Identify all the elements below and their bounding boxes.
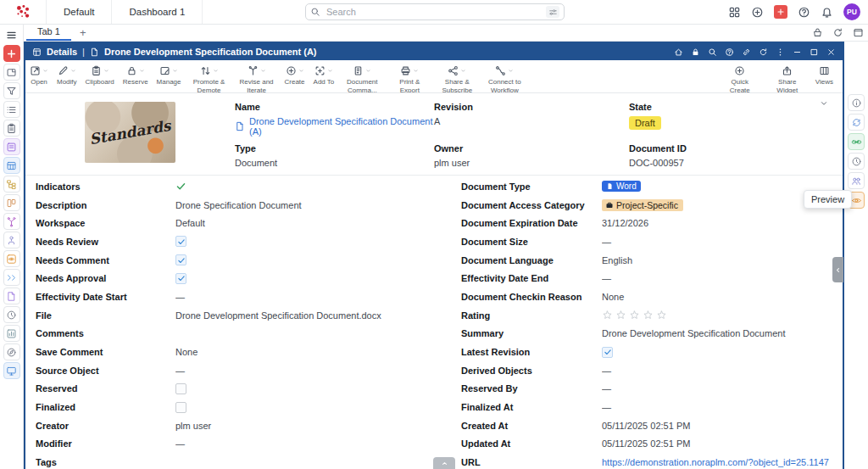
field-row-comments: Comments (36, 325, 439, 343)
info-icon[interactable] (848, 94, 865, 111)
apps-grid-icon[interactable] (728, 6, 741, 19)
nav-default[interactable]: Default (47, 0, 112, 24)
tree-icon[interactable] (3, 176, 20, 193)
document-name-link[interactable]: Drone Development Specification Document… (235, 116, 434, 137)
help-icon[interactable] (798, 6, 810, 19)
new-window-icon[interactable] (3, 64, 20, 81)
toolbar-button-connect-to-workflow[interactable]: Connect to Workflow (481, 60, 528, 93)
toolbar-button-add-to[interactable]: Add To (309, 60, 339, 93)
help-icon[interactable] (725, 47, 734, 57)
checkbox-checked[interactable] (175, 236, 186, 247)
chain-icon[interactable] (848, 133, 865, 150)
nav-dashboard-1[interactable]: Dashboard 1 (112, 0, 203, 24)
field-row-summary: Summary Drone Development Specification … (439, 325, 843, 343)
sync-icon[interactable] (848, 114, 865, 131)
document-thumbnail[interactable]: Standards (85, 102, 175, 163)
toolbar-button-share-widget[interactable]: Share Widget (764, 60, 811, 93)
org-chart-icon[interactable] (3, 232, 20, 248)
close-icon[interactable] (826, 47, 836, 57)
search-icon[interactable] (708, 47, 717, 57)
header-label: Type (235, 143, 434, 154)
basket-icon[interactable] (812, 27, 823, 38)
add-new-icon[interactable] (3, 45, 20, 62)
compass-icon[interactable] (3, 343, 20, 360)
refresh-icon[interactable] (759, 47, 768, 57)
list-icon[interactable] (3, 101, 20, 118)
logo-blob (14, 3, 32, 21)
left-sidebar (0, 24, 24, 469)
toolbar-button-clipboard[interactable]: Clipboard (81, 60, 119, 93)
refresh-icon[interactable] (832, 27, 843, 38)
checkbox-checked[interactable] (602, 347, 613, 358)
toolbar-button-create[interactable]: Create (281, 60, 309, 93)
toolbar-button-modify[interactable]: Modify (53, 60, 81, 93)
field-label: Document Expiration Date (461, 218, 602, 228)
add-tab-button[interactable]: + (71, 27, 95, 38)
field-label: Save Comment (36, 347, 175, 357)
clipboard-icon[interactable] (3, 120, 20, 137)
maximize-icon[interactable] (810, 47, 819, 57)
toolbar-button-print-export[interactable]: Print & Export (386, 60, 433, 93)
home-icon[interactable] (674, 47, 683, 57)
star-icon (602, 310, 613, 321)
window-panel-icon[interactable] (853, 27, 864, 38)
global-search[interactable] (305, 3, 565, 20)
chevron-down-icon (298, 68, 304, 74)
toolbar-button-promote-demote[interactable]: Promote & Demote (186, 60, 233, 93)
link-icon[interactable] (742, 47, 751, 57)
app-logo[interactable] (0, 0, 47, 24)
toolbar-button-document-comma[interactable]: Document Comma... (338, 60, 386, 93)
chevron-down-icon (172, 68, 178, 74)
table-icon[interactable] (3, 157, 20, 174)
filter-icon[interactable] (3, 82, 20, 99)
history-icon[interactable] (848, 153, 865, 170)
bell-icon[interactable] (821, 6, 833, 19)
field-value: — (602, 237, 611, 247)
minimize-icon[interactable] (793, 47, 802, 57)
menu-icon[interactable] (3, 26, 20, 43)
window-title: Drone Development Specification Document… (104, 47, 317, 57)
toolbar-button-revise-and-iterate[interactable]: Revise and Iterate (233, 60, 281, 93)
toolbar-button-manage[interactable]: Manage (153, 60, 186, 93)
field-label: Document Language (461, 255, 602, 265)
checkbox-unchecked[interactable] (175, 402, 186, 413)
eye-box-icon[interactable] (3, 250, 20, 267)
monitor-icon[interactable] (3, 362, 20, 379)
chart-icon[interactable] (3, 325, 20, 342)
form-icon[interactable] (3, 138, 20, 155)
chevron-down-icon (260, 68, 266, 74)
toolbar-button-quick-create[interactable]: Quick Create (716, 60, 764, 93)
merge-icon[interactable] (3, 269, 20, 286)
scroll-up-button[interactable] (433, 457, 455, 469)
tab-1[interactable]: Tab 1 (26, 24, 71, 41)
checkbox-checked[interactable] (175, 273, 186, 284)
document-icon[interactable] (3, 288, 20, 304)
search-filter-button[interactable] (546, 6, 559, 18)
chevron-down-icon[interactable] (819, 98, 829, 109)
checkbox-checked[interactable] (175, 254, 186, 265)
add-circle-icon[interactable] (751, 6, 764, 19)
avatar[interactable]: PU (843, 3, 860, 20)
quick-create-icon (734, 65, 745, 76)
quick-add-button[interactable] (774, 5, 787, 19)
toolbar-button-open[interactable]: Open (25, 60, 53, 93)
kanban-icon[interactable] (3, 194, 20, 211)
rating-stars[interactable] (602, 310, 667, 321)
toolbar-button-views[interactable]: Views (811, 60, 837, 93)
field-row-source-object: Source Object — (36, 361, 439, 380)
field-label: Reserved (36, 383, 175, 394)
history-icon[interactable] (3, 306, 20, 323)
panel-collapse-handle[interactable] (832, 257, 843, 282)
check-icon (177, 256, 186, 265)
kebab-menu-icon[interactable] (776, 47, 785, 57)
url-link[interactable]: https://demonstration.noraplm.com/?objec… (602, 457, 829, 467)
lock-icon[interactable] (691, 47, 700, 57)
toolbar-button-share-subscribe[interactable]: Share & Subscribe (433, 60, 481, 93)
field-row-needs-approval: Needs Approval (36, 269, 439, 288)
search-input[interactable] (325, 6, 542, 18)
branch-icon[interactable] (3, 213, 20, 230)
views-icon (819, 65, 830, 76)
toolbar-button-reserve[interactable]: Reserve (119, 60, 153, 93)
people-icon[interactable] (848, 172, 865, 189)
checkbox-unchecked[interactable] (175, 383, 186, 394)
